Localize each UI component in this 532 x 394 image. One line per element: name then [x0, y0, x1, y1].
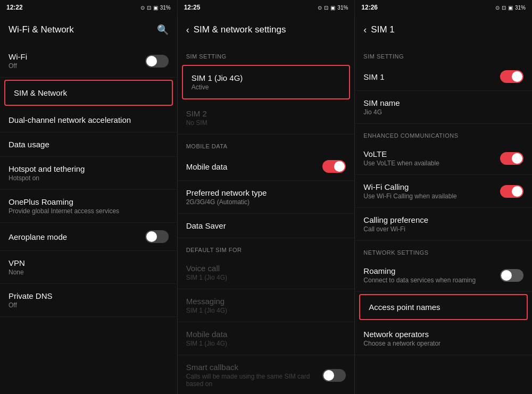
- default-sim-label: DEFAULT SIM FOR: [178, 238, 355, 256]
- network-settings-label: NETWORK SETTINGS: [355, 241, 532, 259]
- private-dns-text: Private DNS Off: [9, 291, 169, 309]
- volte-toggle-knob: [512, 153, 522, 164]
- wifi-toggle-knob: [146, 56, 157, 66]
- sim1-toggle-knob: [512, 71, 522, 82]
- back-icon-3[interactable]: ‹: [363, 24, 367, 36]
- mobile-data-default-title: Mobile data: [186, 330, 346, 339]
- panel1-content: Wi-Fi Off SIM & Network Dual-channel: [0, 45, 177, 394]
- sim-setting-label-3: SIM SETTING: [355, 45, 532, 63]
- roaming-text: Roaming Connect to data services when ro…: [363, 266, 500, 284]
- sim-network-title: SIM & Network: [14, 88, 163, 97]
- smart-callback-item[interactable]: Smart callback Calls will be made using …: [178, 355, 355, 394]
- sim-network-item[interactable]: SIM & Network: [5, 81, 172, 105]
- sim1-text: SIM 1 (Jio 4G) Active: [192, 73, 341, 91]
- wifi-calling-toggle[interactable]: [500, 185, 523, 198]
- oneplus-roaming-subtitle: Provide global Internet access services: [9, 207, 169, 215]
- data-saver-item[interactable]: Data Saver: [178, 214, 355, 238]
- sim2-item[interactable]: SIM 2 No SIM: [178, 102, 355, 135]
- private-dns-title: Private DNS: [9, 291, 169, 300]
- dual-channel-item[interactable]: Dual-channel network acceleration: [0, 108, 177, 132]
- sim-network-highlighted: SIM & Network: [4, 80, 173, 106]
- wifi-calling-item[interactable]: Wi-Fi Calling Use Wi-Fi Calling when ava…: [355, 175, 532, 208]
- aeroplane-text: Aeroplane mode: [9, 232, 145, 241]
- volte-item[interactable]: VoLTE Use VoLTE when available: [355, 142, 532, 175]
- panel3-title: SIM 1: [371, 24, 523, 35]
- network-operators-item[interactable]: Network operators Choose a network opera…: [355, 322, 532, 355]
- panel3-header: ‹ SIM 1: [355, 15, 532, 45]
- smart-callback-toggle[interactable]: [322, 369, 346, 382]
- sim1-item[interactable]: SIM 1 (Jio 4G) Active: [183, 66, 350, 98]
- wifi-item[interactable]: Wi-Fi Off: [0, 45, 177, 78]
- vpn-title: VPN: [9, 258, 169, 267]
- mobile-data-item[interactable]: Mobile data: [178, 153, 355, 181]
- roaming-subtitle: Connect to data services when roaming: [363, 276, 500, 284]
- time-1: 12:22: [6, 4, 23, 11]
- calling-pref-subtitle: Call over Wi-Fi: [363, 225, 523, 233]
- calling-pref-text: Calling preference Call over Wi-Fi: [363, 215, 523, 233]
- voice-call-item[interactable]: Voice call SIM 1 (Jio 4G): [178, 256, 355, 289]
- messaging-text: Messaging SIM 1 (Jio 4G): [186, 297, 346, 314]
- volte-text: VoLTE Use VoLTE when available: [363, 149, 500, 167]
- data-usage-text: Data usage: [9, 140, 169, 149]
- search-icon[interactable]: 🔍: [157, 24, 169, 36]
- vpn-text: VPN None: [9, 258, 169, 276]
- preferred-network-text: Preferred network type 2G/3G/4G (Automat…: [186, 188, 346, 206]
- panel1-header: Wi-Fi & Network 🔍: [0, 15, 177, 45]
- calling-pref-item[interactable]: Calling preference Call over Wi-Fi: [355, 208, 532, 241]
- status-icons-3: ⊙⊡▣31%: [495, 5, 526, 11]
- mobile-data-toggle-knob: [334, 161, 345, 172]
- panel-sim1: ‹ SIM 1 SIM SETTING SIM 1 SIM name Jio 4…: [355, 15, 532, 394]
- preferred-network-title: Preferred network type: [186, 188, 346, 197]
- sim-name-text: SIM name Jio 4G: [363, 98, 523, 116]
- sim-name-title: SIM name: [363, 98, 523, 107]
- sim1-title: SIM 1 (Jio 4G): [192, 73, 341, 82]
- sim1-toggle[interactable]: [500, 70, 523, 83]
- private-dns-item[interactable]: Private DNS Off: [0, 284, 177, 317]
- calling-pref-title: Calling preference: [363, 215, 523, 224]
- sim2-text: SIM 2 No SIM: [186, 109, 346, 127]
- vpn-item[interactable]: VPN None: [0, 251, 177, 284]
- volte-toggle[interactable]: [500, 152, 523, 165]
- private-dns-subtitle: Off: [9, 301, 169, 309]
- status-bar-2: 12:25 ⊙⊡▣31%: [178, 0, 355, 15]
- sim1-toggle-item[interactable]: SIM 1: [355, 63, 532, 91]
- wifi-calling-toggle-knob: [512, 186, 522, 197]
- volte-title: VoLTE: [363, 149, 500, 158]
- aeroplane-toggle[interactable]: [145, 230, 169, 243]
- smart-callback-text: Smart callback Calls will be made using …: [186, 363, 323, 388]
- messaging-item[interactable]: Messaging SIM 1 (Jio 4G): [178, 289, 355, 322]
- hotspot-item[interactable]: Hotspot and tethering Hotspot on: [0, 157, 177, 190]
- status-icons-2: ⊙⊡▣31%: [318, 5, 348, 11]
- aeroplane-item[interactable]: Aeroplane mode: [0, 223, 177, 251]
- mobile-data-default-item[interactable]: Mobile data SIM 1 (Jio 4G): [178, 322, 355, 355]
- roaming-item[interactable]: Roaming Connect to data services when ro…: [355, 259, 532, 292]
- oneplus-roaming-title: OnePlus Roaming: [9, 197, 169, 206]
- panel3-content: SIM SETTING SIM 1 SIM name Jio 4G ENHANC…: [355, 45, 532, 394]
- panel1-title: Wi-Fi & Network: [9, 24, 157, 35]
- sim1-subtitle: Active: [192, 83, 341, 91]
- back-icon-2[interactable]: ‹: [186, 24, 189, 36]
- oneplus-roaming-item[interactable]: OnePlus Roaming Provide global Internet …: [0, 190, 177, 223]
- oneplus-roaming-text: OnePlus Roaming Provide global Internet …: [9, 197, 169, 215]
- dual-channel-text: Dual-channel network acceleration: [9, 115, 169, 124]
- sim2-title: SIM 2: [186, 109, 346, 118]
- voice-call-subtitle: SIM 1 (Jio 4G): [186, 274, 346, 281]
- apn-highlighted: Access point names: [359, 294, 528, 320]
- sim-name-item[interactable]: SIM name Jio 4G: [355, 91, 532, 124]
- wifi-toggle[interactable]: [145, 55, 169, 68]
- wifi-text: Wi-Fi Off: [9, 52, 145, 70]
- apn-item[interactable]: Access point names: [360, 295, 527, 319]
- data-usage-item[interactable]: Data usage: [0, 132, 177, 157]
- sim-setting-label: SIM SETTING: [178, 45, 355, 63]
- preferred-network-item[interactable]: Preferred network type 2G/3G/4G (Automat…: [178, 181, 355, 214]
- messaging-subtitle: SIM 1 (Jio 4G): [186, 307, 346, 314]
- network-operators-text: Network operators Choose a network opera…: [363, 330, 523, 347]
- preferred-network-subtitle: 2G/3G/4G (Automatic): [186, 198, 346, 206]
- status-bar-1: 12:22 ⊙⊡▣31%: [0, 0, 178, 15]
- wifi-title: Wi-Fi: [9, 52, 145, 61]
- smart-callback-toggle-knob: [323, 370, 334, 381]
- mobile-data-default-subtitle: SIM 1 (Jio 4G): [186, 340, 346, 347]
- panel-wifi-network: Wi-Fi & Network 🔍 Wi-Fi Off SIM & Networ…: [0, 15, 178, 394]
- roaming-toggle[interactable]: [500, 269, 523, 282]
- mobile-data-toggle[interactable]: [322, 160, 346, 173]
